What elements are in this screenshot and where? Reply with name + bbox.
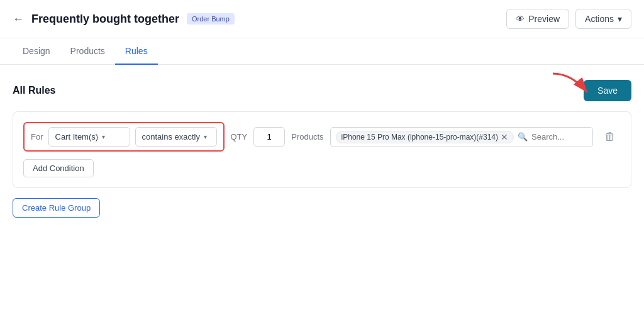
for-label: For bbox=[31, 132, 43, 142]
actions-label: Actions bbox=[585, 14, 614, 24]
product-tag: iPhone 15 Pro Max (iphone-15-pro-max)(#3… bbox=[336, 131, 514, 143]
rule-box: For Cart Item(s) ▾ contains exactly ▾ QT… bbox=[13, 111, 631, 188]
rules-title: All Rules bbox=[13, 85, 55, 96]
condition-group: For Cart Item(s) ▾ contains exactly ▾ bbox=[23, 122, 225, 152]
tabs-bar: Design Products Rules bbox=[0, 38, 644, 65]
create-rule-group-button[interactable]: Create Rule Group bbox=[13, 198, 100, 218]
condition-value: contains exactly bbox=[142, 132, 201, 142]
rules-header: All Rules Save bbox=[13, 80, 631, 101]
condition-select[interactable]: contains exactly ▾ bbox=[135, 127, 217, 147]
trash-icon: 🗑 bbox=[604, 130, 616, 143]
tag-remove-button[interactable]: ✕ bbox=[501, 133, 508, 142]
qty-label: QTY bbox=[231, 132, 248, 142]
header-left: ← Frequently bought together Order Bump bbox=[13, 13, 235, 26]
back-button[interactable]: ← bbox=[13, 13, 24, 26]
search-icon: 🔍 bbox=[518, 132, 528, 142]
preview-button[interactable]: 👁 Preview bbox=[506, 9, 569, 29]
actions-button[interactable]: Actions ▾ bbox=[575, 9, 631, 29]
content-area: All Rules Save For bbox=[0, 65, 644, 322]
delete-rule-button[interactable]: 🗑 bbox=[599, 128, 621, 146]
chevron-icon: ▾ bbox=[102, 133, 105, 140]
eye-icon: 👁 bbox=[516, 14, 525, 24]
products-field[interactable]: iPhone 15 Pro Max (iphone-15-pro-max)(#3… bbox=[330, 127, 593, 147]
rule-row: For Cart Item(s) ▾ contains exactly ▾ QT… bbox=[23, 122, 621, 152]
page-title: Frequently bought together bbox=[31, 13, 179, 26]
order-bump-badge: Order Bump bbox=[187, 13, 235, 25]
tab-rules[interactable]: Rules bbox=[115, 38, 158, 65]
cart-items-select[interactable]: Cart Item(s) ▾ bbox=[48, 127, 130, 147]
chevron-icon-2: ▾ bbox=[204, 133, 207, 140]
tab-design[interactable]: Design bbox=[13, 38, 60, 65]
product-tag-text: iPhone 15 Pro Max (iphone-15-pro-max)(#3… bbox=[341, 133, 498, 142]
preview-label: Preview bbox=[528, 14, 560, 24]
qty-input[interactable] bbox=[253, 127, 285, 147]
add-condition-button[interactable]: Add Condition bbox=[23, 159, 94, 177]
header-right: 👁 Preview Actions ▾ bbox=[506, 9, 631, 29]
header: ← Frequently bought together Order Bump … bbox=[0, 0, 644, 38]
tab-products[interactable]: Products bbox=[60, 38, 115, 65]
arrow-annotation bbox=[547, 70, 597, 102]
cart-items-value: Cart Item(s) bbox=[55, 132, 99, 142]
chevron-down-icon: ▾ bbox=[618, 14, 622, 24]
products-label: Products bbox=[291, 132, 323, 142]
search-input[interactable] bbox=[531, 132, 587, 142]
